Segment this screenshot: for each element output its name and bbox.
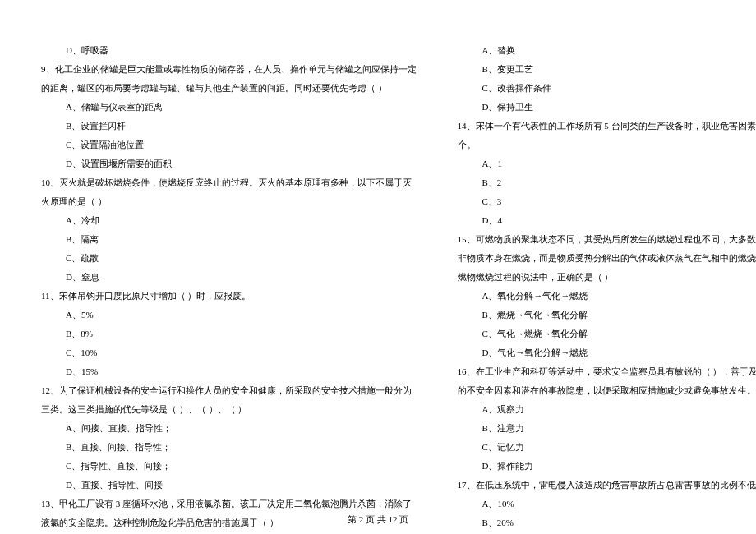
left-line: C、10% xyxy=(41,343,417,362)
right-column: A、替换B、变更工艺C、改善操作条件D、保持卫生14、宋体一个有代表性的工作场所… xyxy=(437,41,757,485)
right-line: A、观察力 xyxy=(458,400,757,419)
page-footer: 第 2 页 共 12 页 xyxy=(0,513,756,526)
left-line: D、设置围堰所需要的面积 xyxy=(41,154,417,173)
left-line: 火原理的是（ ） xyxy=(41,192,417,211)
right-line: C、气化→燃烧→氧化分解 xyxy=(458,325,757,343)
left-line: B、8% xyxy=(41,325,417,343)
right-line: 14、宋体一个有代表性的工作场所有 5 台同类的生产设备时，职业危害因素采样点应… xyxy=(458,117,757,136)
right-line: 燃物燃烧过程的说法中，正确的是（ ） xyxy=(458,268,757,287)
right-line: 个。 xyxy=(458,136,757,154)
left-line: A、冷却 xyxy=(41,211,417,230)
left-line: D、直接、指导性、间接 xyxy=(41,476,417,495)
right-line: A、10% xyxy=(458,495,757,513)
right-line: D、4 xyxy=(458,211,757,230)
right-line: C、记忆力 xyxy=(458,438,757,457)
right-line: A、氧化分解→气化→燃烧 xyxy=(458,287,757,306)
right-line: B、变更工艺 xyxy=(458,60,757,79)
right-line: 16、在工业生产和科研等活动中，要求安全监察员具有敏锐的（ ），善于及时发现生产… xyxy=(458,362,757,381)
left-line: A、5% xyxy=(41,306,417,325)
right-line: 17、在低压系统中，雷电侵入波造成的危害事故所占总雷害事故的比例不低于（ ） xyxy=(458,476,757,495)
left-line: 9、化工企业的储罐是巨大能量或毒性物质的储存器，在人员、操作单元与储罐之间应保持… xyxy=(41,60,417,79)
right-line: A、1 xyxy=(458,154,757,173)
left-line: B、隔离 xyxy=(41,230,417,249)
left-line: D、呼吸器 xyxy=(41,41,417,60)
left-line: C、指导性、直接、间接； xyxy=(41,457,417,476)
left-line: A、储罐与仪表室的距离 xyxy=(41,98,417,117)
document-page: D、呼吸器9、化工企业的储罐是巨大能量或毒性物质的储存器，在人员、操作单元与储罐… xyxy=(0,0,756,509)
right-line: B、燃烧→气化→氧化分解 xyxy=(458,306,757,325)
right-line: B、注意力 xyxy=(458,419,757,438)
left-line: 10、灭火就是破坏燃烧条件，使燃烧反应终止的过程。灭火的基本原理有多种，以下不属… xyxy=(41,173,417,192)
left-line: D、15% xyxy=(41,362,417,381)
left-line: D、窒息 xyxy=(41,268,417,287)
right-line: D、操作能力 xyxy=(458,457,757,476)
right-line: 的不安全因素和潜在的事故隐患，以便采取相应措施减少或避免事故发生。 xyxy=(458,381,757,400)
right-line: 非物质本身在燃烧，而是物质受热分解出的气体或液体蒸气在气相中的燃烧。下列关于液体… xyxy=(458,249,757,268)
right-line: B、2 xyxy=(458,173,757,192)
right-line: C、3 xyxy=(458,192,757,211)
right-line: D、保持卫生 xyxy=(458,98,757,117)
left-line: 13、甲化工厂设有 3 座循环水池，采用液氯杀菌。该工厂决定用二氧化氯泡腾片杀菌… xyxy=(41,495,417,513)
left-line: B、设置拦闪杆 xyxy=(41,117,417,136)
left-line: 的距离，罐区的布局要考虑罐与罐、罐与其他生产装置的间距。同时还要优先考虑（ ） xyxy=(41,79,417,98)
left-line: B、直接、间接、指导性； xyxy=(41,438,417,457)
left-line: 12、为了保证机械设备的安全运行和操作人员的安全和健康，所采取的安全技术措施一般… xyxy=(41,381,417,400)
right-line: A、替换 xyxy=(458,41,757,60)
right-line: 15、可燃物质的聚集状态不同，其受热后所发生的燃烧过程也不同，大多数可燃物质的燃… xyxy=(458,230,757,249)
right-line: C、改善操作条件 xyxy=(458,79,757,98)
left-line: C、设置隔油池位置 xyxy=(41,136,417,154)
left-column: D、呼吸器9、化工企业的储罐是巨大能量或毒性物质的储存器，在人员、操作单元与储罐… xyxy=(41,41,437,485)
left-line: A、间接、直接、指导性； xyxy=(41,419,417,438)
left-line: 11、宋体吊钩开口度比原尺寸增加（ ）时，应报废。 xyxy=(41,287,417,306)
left-line: C、疏散 xyxy=(41,249,417,268)
right-line: D、气化→氧化分解→燃烧 xyxy=(458,343,757,362)
left-line: 三类。这三类措施的优先等级是（ ）、（ ）、（ ） xyxy=(41,400,417,419)
